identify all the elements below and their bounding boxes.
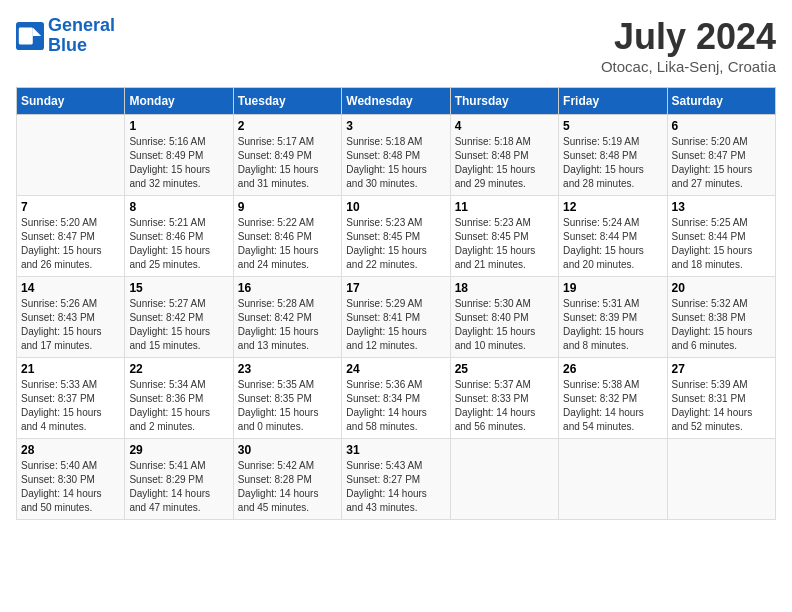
day-info: Sunrise: 5:25 AM Sunset: 8:44 PM Dayligh… — [672, 216, 771, 272]
day-info: Sunrise: 5:35 AM Sunset: 8:35 PM Dayligh… — [238, 378, 337, 434]
calendar-cell: 9Sunrise: 5:22 AM Sunset: 8:46 PM Daylig… — [233, 196, 341, 277]
calendar-table: SundayMondayTuesdayWednesdayThursdayFrid… — [16, 87, 776, 520]
day-info: Sunrise: 5:24 AM Sunset: 8:44 PM Dayligh… — [563, 216, 662, 272]
day-info: Sunrise: 5:17 AM Sunset: 8:49 PM Dayligh… — [238, 135, 337, 191]
day-number: 14 — [21, 281, 120, 295]
day-info: Sunrise: 5:31 AM Sunset: 8:39 PM Dayligh… — [563, 297, 662, 353]
header-row: SundayMondayTuesdayWednesdayThursdayFrid… — [17, 88, 776, 115]
day-number: 31 — [346, 443, 445, 457]
day-number: 21 — [21, 362, 120, 376]
day-number: 29 — [129, 443, 228, 457]
day-number: 19 — [563, 281, 662, 295]
logo: General Blue — [16, 16, 115, 56]
day-number: 4 — [455, 119, 554, 133]
day-number: 8 — [129, 200, 228, 214]
page-header: General Blue July 2024 Otocac, Lika-Senj… — [16, 16, 776, 75]
day-number: 20 — [672, 281, 771, 295]
calendar-cell: 29Sunrise: 5:41 AM Sunset: 8:29 PM Dayli… — [125, 439, 233, 520]
day-info: Sunrise: 5:26 AM Sunset: 8:43 PM Dayligh… — [21, 297, 120, 353]
day-info: Sunrise: 5:37 AM Sunset: 8:33 PM Dayligh… — [455, 378, 554, 434]
calendar-cell — [450, 439, 558, 520]
month-title: July 2024 — [601, 16, 776, 58]
day-info: Sunrise: 5:36 AM Sunset: 8:34 PM Dayligh… — [346, 378, 445, 434]
day-info: Sunrise: 5:30 AM Sunset: 8:40 PM Dayligh… — [455, 297, 554, 353]
day-info: Sunrise: 5:27 AM Sunset: 8:42 PM Dayligh… — [129, 297, 228, 353]
location-title: Otocac, Lika-Senj, Croatia — [601, 58, 776, 75]
calendar-cell: 16Sunrise: 5:28 AM Sunset: 8:42 PM Dayli… — [233, 277, 341, 358]
day-info: Sunrise: 5:22 AM Sunset: 8:46 PM Dayligh… — [238, 216, 337, 272]
logo-text: General Blue — [48, 16, 115, 56]
day-info: Sunrise: 5:41 AM Sunset: 8:29 PM Dayligh… — [129, 459, 228, 515]
day-number: 13 — [672, 200, 771, 214]
calendar-week-row: 28Sunrise: 5:40 AM Sunset: 8:30 PM Dayli… — [17, 439, 776, 520]
calendar-cell: 13Sunrise: 5:25 AM Sunset: 8:44 PM Dayli… — [667, 196, 775, 277]
day-number: 5 — [563, 119, 662, 133]
day-info: Sunrise: 5:21 AM Sunset: 8:46 PM Dayligh… — [129, 216, 228, 272]
weekday-header: Monday — [125, 88, 233, 115]
weekday-header: Saturday — [667, 88, 775, 115]
day-number: 7 — [21, 200, 120, 214]
day-info: Sunrise: 5:19 AM Sunset: 8:48 PM Dayligh… — [563, 135, 662, 191]
calendar-cell: 17Sunrise: 5:29 AM Sunset: 8:41 PM Dayli… — [342, 277, 450, 358]
day-number: 12 — [563, 200, 662, 214]
weekday-header: Friday — [559, 88, 667, 115]
calendar-cell: 1Sunrise: 5:16 AM Sunset: 8:49 PM Daylig… — [125, 115, 233, 196]
calendar-cell: 11Sunrise: 5:23 AM Sunset: 8:45 PM Dayli… — [450, 196, 558, 277]
day-number: 2 — [238, 119, 337, 133]
calendar-week-row: 7Sunrise: 5:20 AM Sunset: 8:47 PM Daylig… — [17, 196, 776, 277]
calendar-cell: 12Sunrise: 5:24 AM Sunset: 8:44 PM Dayli… — [559, 196, 667, 277]
calendar-cell: 19Sunrise: 5:31 AM Sunset: 8:39 PM Dayli… — [559, 277, 667, 358]
calendar-cell: 24Sunrise: 5:36 AM Sunset: 8:34 PM Dayli… — [342, 358, 450, 439]
day-number: 16 — [238, 281, 337, 295]
day-info: Sunrise: 5:23 AM Sunset: 8:45 PM Dayligh… — [455, 216, 554, 272]
calendar-week-row: 21Sunrise: 5:33 AM Sunset: 8:37 PM Dayli… — [17, 358, 776, 439]
day-info: Sunrise: 5:34 AM Sunset: 8:36 PM Dayligh… — [129, 378, 228, 434]
calendar-cell: 30Sunrise: 5:42 AM Sunset: 8:28 PM Dayli… — [233, 439, 341, 520]
svg-rect-2 — [19, 27, 33, 44]
weekday-header: Tuesday — [233, 88, 341, 115]
day-number: 30 — [238, 443, 337, 457]
calendar-cell: 15Sunrise: 5:27 AM Sunset: 8:42 PM Dayli… — [125, 277, 233, 358]
calendar-cell: 5Sunrise: 5:19 AM Sunset: 8:48 PM Daylig… — [559, 115, 667, 196]
logo-icon — [16, 22, 44, 50]
calendar-cell — [17, 115, 125, 196]
calendar-cell — [559, 439, 667, 520]
day-info: Sunrise: 5:23 AM Sunset: 8:45 PM Dayligh… — [346, 216, 445, 272]
day-number: 23 — [238, 362, 337, 376]
day-number: 26 — [563, 362, 662, 376]
calendar-cell: 6Sunrise: 5:20 AM Sunset: 8:47 PM Daylig… — [667, 115, 775, 196]
day-info: Sunrise: 5:20 AM Sunset: 8:47 PM Dayligh… — [672, 135, 771, 191]
weekday-header: Wednesday — [342, 88, 450, 115]
weekday-header: Sunday — [17, 88, 125, 115]
calendar-cell — [667, 439, 775, 520]
calendar-cell: 2Sunrise: 5:17 AM Sunset: 8:49 PM Daylig… — [233, 115, 341, 196]
calendar-week-row: 1Sunrise: 5:16 AM Sunset: 8:49 PM Daylig… — [17, 115, 776, 196]
day-number: 22 — [129, 362, 228, 376]
day-number: 24 — [346, 362, 445, 376]
day-info: Sunrise: 5:29 AM Sunset: 8:41 PM Dayligh… — [346, 297, 445, 353]
day-number: 27 — [672, 362, 771, 376]
day-number: 18 — [455, 281, 554, 295]
day-number: 10 — [346, 200, 445, 214]
day-number: 9 — [238, 200, 337, 214]
calendar-cell: 31Sunrise: 5:43 AM Sunset: 8:27 PM Dayli… — [342, 439, 450, 520]
calendar-cell: 18Sunrise: 5:30 AM Sunset: 8:40 PM Dayli… — [450, 277, 558, 358]
calendar-cell: 3Sunrise: 5:18 AM Sunset: 8:48 PM Daylig… — [342, 115, 450, 196]
calendar-cell: 4Sunrise: 5:18 AM Sunset: 8:48 PM Daylig… — [450, 115, 558, 196]
day-number: 11 — [455, 200, 554, 214]
calendar-cell: 7Sunrise: 5:20 AM Sunset: 8:47 PM Daylig… — [17, 196, 125, 277]
calendar-cell: 21Sunrise: 5:33 AM Sunset: 8:37 PM Dayli… — [17, 358, 125, 439]
day-info: Sunrise: 5:32 AM Sunset: 8:38 PM Dayligh… — [672, 297, 771, 353]
calendar-cell: 10Sunrise: 5:23 AM Sunset: 8:45 PM Dayli… — [342, 196, 450, 277]
day-info: Sunrise: 5:40 AM Sunset: 8:30 PM Dayligh… — [21, 459, 120, 515]
calendar-cell: 27Sunrise: 5:39 AM Sunset: 8:31 PM Dayli… — [667, 358, 775, 439]
calendar-cell: 23Sunrise: 5:35 AM Sunset: 8:35 PM Dayli… — [233, 358, 341, 439]
calendar-cell: 8Sunrise: 5:21 AM Sunset: 8:46 PM Daylig… — [125, 196, 233, 277]
day-info: Sunrise: 5:33 AM Sunset: 8:37 PM Dayligh… — [21, 378, 120, 434]
day-number: 15 — [129, 281, 228, 295]
day-info: Sunrise: 5:20 AM Sunset: 8:47 PM Dayligh… — [21, 216, 120, 272]
day-info: Sunrise: 5:18 AM Sunset: 8:48 PM Dayligh… — [455, 135, 554, 191]
day-number: 6 — [672, 119, 771, 133]
day-info: Sunrise: 5:43 AM Sunset: 8:27 PM Dayligh… — [346, 459, 445, 515]
day-info: Sunrise: 5:38 AM Sunset: 8:32 PM Dayligh… — [563, 378, 662, 434]
